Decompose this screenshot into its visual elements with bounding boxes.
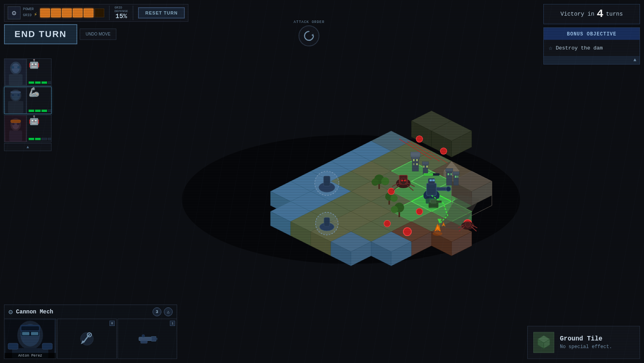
svg-rect-194 bbox=[432, 179, 435, 181]
svg-rect-241 bbox=[31, 332, 38, 335]
enemy-unit-5 bbox=[384, 220, 390, 227]
unit-detail-row: Anton Perez R 1 bbox=[4, 319, 177, 359]
tile-details: Ground Tile No special effect. bbox=[560, 335, 612, 350]
svg-rect-10 bbox=[10, 91, 21, 93]
svg-rect-8 bbox=[8, 101, 23, 113]
power-grid-section: POWERGRID ⚡ bbox=[23, 8, 104, 18]
svg-point-211 bbox=[428, 207, 439, 212]
enemy-unit-1 bbox=[416, 136, 423, 142]
tile-description: No special effect. bbox=[560, 344, 612, 350]
svg-point-17 bbox=[12, 123, 14, 125]
power-bar-4 bbox=[73, 8, 83, 17]
svg-point-217 bbox=[465, 222, 471, 227]
power-bar-5 bbox=[84, 8, 93, 17]
svg-rect-168 bbox=[446, 170, 452, 185]
svg-rect-187 bbox=[427, 183, 436, 195]
pilot-portrait: Anton Perez bbox=[4, 319, 56, 359]
svg-rect-165 bbox=[422, 162, 429, 165]
enemy-unit-4 bbox=[403, 228, 411, 236]
weapon-slots: R 1 bbox=[57, 319, 177, 359]
unit-card-3[interactable]: 🤖 bbox=[4, 115, 52, 142]
unit-badges: 3 △ bbox=[153, 307, 173, 316]
enemy-unit-7 bbox=[416, 208, 423, 215]
pilot-name-tag: Anton Perez bbox=[4, 353, 56, 359]
unit-roster: 🤖 🦾 bbox=[4, 58, 52, 151]
svg-rect-162 bbox=[413, 163, 415, 165]
bonus-objective-title: Bonus Objective bbox=[567, 31, 616, 37]
svg-point-181 bbox=[390, 195, 398, 202]
health-bar bbox=[41, 81, 47, 84]
svg-rect-170 bbox=[454, 173, 458, 185]
svg-point-178 bbox=[372, 178, 379, 186]
unit-health-2 bbox=[29, 110, 52, 112]
svg-rect-250 bbox=[140, 340, 147, 343]
svg-rect-179 bbox=[378, 184, 380, 189]
building-2 bbox=[422, 162, 429, 174]
badge-type: △ bbox=[164, 307, 173, 316]
bottom-right-panel: Ground Tile No special effect. bbox=[527, 326, 640, 359]
svg-point-177 bbox=[381, 177, 389, 185]
svg-point-5 bbox=[17, 66, 20, 68]
svg-rect-229 bbox=[324, 218, 330, 226]
unit-card-1[interactable]: 🤖 bbox=[4, 58, 52, 86]
unit-selected-name: Cannon Mech bbox=[16, 309, 53, 315]
enemy-unit-2 bbox=[440, 148, 447, 154]
svg-rect-160 bbox=[413, 159, 415, 161]
svg-point-11 bbox=[12, 94, 14, 96]
grid-defense-value: 15% bbox=[116, 13, 127, 20]
bonus-objective-box: Bonus Objective ☆ Destroy the dam ▲ bbox=[543, 27, 640, 64]
settings-button[interactable]: ⚙ bbox=[8, 6, 21, 19]
power-bar-6 bbox=[95, 8, 104, 17]
unit-info-1: 🤖 bbox=[27, 59, 52, 85]
unit-gear-icon: ⚙ bbox=[8, 307, 13, 316]
svg-point-218 bbox=[433, 232, 442, 236]
unit-info-3: 🤖 bbox=[27, 115, 52, 142]
svg-point-191 bbox=[446, 187, 451, 191]
attack-order: ATTACK ORDER bbox=[294, 20, 325, 46]
reset-turn-button[interactable]: RESET TURN bbox=[138, 7, 185, 19]
victory-suffix: turns bbox=[606, 11, 623, 17]
svg-rect-238 bbox=[21, 326, 39, 330]
health-bar bbox=[41, 110, 47, 112]
end-turn-button[interactable]: End Turn bbox=[4, 24, 77, 44]
health-bar bbox=[48, 138, 52, 140]
undo-move-button[interactable]: UNDO MOVE bbox=[80, 29, 117, 40]
weapon-2-icon bbox=[137, 332, 157, 346]
svg-rect-166 bbox=[423, 166, 425, 168]
svg-rect-161 bbox=[416, 159, 418, 161]
unit-roster-scroll-up[interactable]: ▲ bbox=[4, 143, 52, 151]
weapon-badge-r: R bbox=[109, 321, 115, 326]
top-bar: ⚙ POWERGRID ⚡ GRIDDEFENSE 15% RESET TURN bbox=[4, 4, 188, 22]
isometric-board[interactable] bbox=[170, 46, 532, 328]
weapon-1-icon bbox=[79, 331, 95, 347]
svg-rect-163 bbox=[416, 163, 418, 165]
svg-rect-242 bbox=[8, 343, 18, 349]
health-bar bbox=[35, 81, 41, 84]
svg-rect-247 bbox=[139, 337, 152, 340]
health-bar bbox=[35, 110, 41, 112]
weapon-slot-2[interactable]: 1 bbox=[118, 319, 177, 359]
weapon-badge-1: 1 bbox=[170, 321, 175, 326]
svg-rect-15 bbox=[9, 131, 22, 141]
end-turn-row: End Turn UNDO MOVE bbox=[4, 24, 188, 44]
svg-rect-159 bbox=[411, 152, 420, 157]
tile-info-box: Ground Tile No special effect. bbox=[527, 326, 640, 359]
unit-health-3 bbox=[29, 138, 52, 140]
unit-mech-icon-1: 🤖 bbox=[29, 60, 52, 69]
bottom-left-panel: ⚙ Cannon Mech 3 △ bbox=[4, 305, 177, 359]
svg-point-206 bbox=[401, 179, 403, 181]
bonus-objective-footer: ▲ bbox=[544, 56, 640, 64]
lightning-icon: ⚡ bbox=[34, 11, 37, 18]
unit-portrait-2 bbox=[4, 87, 27, 114]
victory-number: 4 bbox=[597, 8, 604, 20]
power-bar-3 bbox=[62, 8, 72, 17]
weapon-slot-1[interactable]: R bbox=[57, 319, 117, 359]
divider-2 bbox=[133, 6, 133, 20]
unit-health-1 bbox=[29, 81, 52, 84]
svg-marker-20 bbox=[312, 34, 314, 36]
svg-point-207 bbox=[404, 179, 406, 181]
victory-box: Victory in 4 turns bbox=[543, 4, 640, 24]
collapse-arrow-icon[interactable]: ▲ bbox=[634, 57, 636, 63]
svg-rect-171 bbox=[453, 172, 459, 175]
unit-card-2[interactable]: 🦾 bbox=[4, 87, 52, 114]
